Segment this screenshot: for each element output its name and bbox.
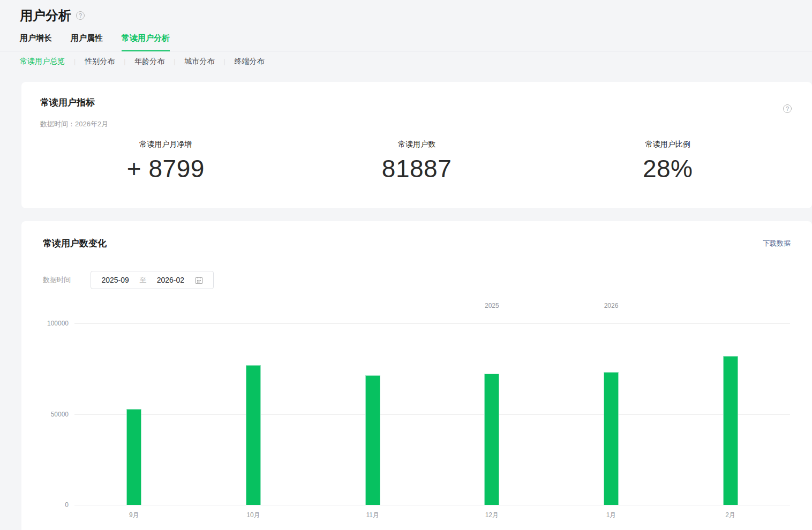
axis-year-label: 2026	[604, 302, 619, 309]
data-time-filter-label: 数据时间	[43, 275, 71, 285]
date-to-value[interactable]: 2026-02	[157, 276, 184, 284]
date-range-picker[interactable]: 2025-09 至 2026-02	[91, 271, 214, 289]
help-icon[interactable]: ?	[76, 11, 85, 20]
metric-regular-reader-ratio: 常读用户比例 28%	[542, 140, 793, 183]
subtab-gender-distribution[interactable]: 性别分布	[85, 57, 115, 66]
date-from-value[interactable]: 2025-09	[101, 276, 129, 284]
subtab-regular-reader-overview[interactable]: 常读用户总览	[20, 57, 65, 66]
tab-regular-reader-analysis[interactable]: 常读用户分析	[122, 33, 170, 51]
download-data-link[interactable]: 下载数据	[763, 239, 791, 248]
gridline-0	[74, 505, 790, 505]
axis-year-label: 2025	[485, 302, 499, 309]
x-axis-tick: 1月	[606, 511, 616, 520]
subtab-terminal-distribution[interactable]: 终端分布	[235, 57, 265, 66]
x-axis-tick: 10月	[246, 511, 260, 520]
metrics-row: 常读用户月净增 + 8799 常读用户数 81887 常读用户比例 28%	[40, 140, 793, 183]
y-axis-tick: 0	[21, 501, 69, 509]
metric-label: 常读用户数	[291, 140, 543, 149]
calendar-icon[interactable]	[195, 276, 203, 284]
x-axis-tick: 11月	[366, 511, 379, 520]
tab-user-attributes[interactable]: 用户属性	[71, 33, 103, 51]
bar-12月	[484, 374, 499, 505]
metric-monthly-net-increase: 常读用户月净增 + 8799	[40, 140, 291, 183]
metric-value: + 8799	[40, 154, 291, 183]
page-title: 用户分析	[20, 7, 71, 24]
bar-2月	[723, 356, 738, 505]
x-axis-tick: 9月	[129, 511, 139, 520]
metric-label: 常读用户比例	[542, 140, 793, 149]
x-axis-tick: 12月	[485, 511, 499, 520]
x-axis-tick: 2月	[725, 511, 735, 520]
metric-label: 常读用户月净增	[40, 140, 291, 149]
metric-value: 28%	[542, 154, 793, 183]
bar-10月	[246, 365, 261, 505]
subtab-city-distribution[interactable]: 城市分布	[184, 57, 214, 66]
bar-chart: 202520261000005000009月10月11月12月1月2月	[21, 298, 812, 528]
y-axis-tick: 100000	[21, 320, 69, 327]
date-range-word: 至	[139, 275, 146, 285]
bar-11月	[365, 375, 380, 505]
regular-reader-trend-card: 常读用户数变化 下载数据 数据时间 2025-09 至 2026-02	[21, 221, 812, 530]
divider: |	[124, 58, 125, 65]
tab-bar: 用户增长 用户属性 常读用户分析	[0, 33, 812, 51]
sub-nav: 常读用户总览 | 性别分布 | 年龄分布 | 城市分布 | 终端分布	[20, 57, 812, 66]
metric-value: 81887	[291, 154, 543, 183]
card-title: 常读用户指标	[40, 96, 793, 109]
divider: |	[74, 58, 76, 65]
y-axis-tick: 50000	[21, 411, 69, 418]
page-header: 用户分析 ? 用户增长 用户属性 常读用户分析 常读用户总览 | 性别分布 | …	[0, 0, 812, 66]
gridline-100000	[74, 323, 790, 324]
gridline-50000	[74, 414, 790, 415]
divider: |	[223, 58, 225, 65]
help-icon[interactable]: ?	[783, 104, 792, 113]
regular-reader-metrics-card: 常读用户指标 ? 数据时间：2026年2月 常读用户月净增 + 8799 常读用…	[21, 82, 812, 208]
divider: |	[174, 58, 175, 65]
metric-regular-reader-count: 常读用户数 81887	[291, 140, 543, 183]
subtab-age-distribution[interactable]: 年龄分布	[134, 57, 164, 66]
tab-user-growth[interactable]: 用户增长	[20, 33, 52, 51]
card-title: 常读用户数变化	[43, 237, 107, 249]
data-time-label: 数据时间：2026年2月	[40, 119, 793, 129]
bar-1月	[604, 372, 619, 505]
bar-9月	[126, 409, 141, 505]
